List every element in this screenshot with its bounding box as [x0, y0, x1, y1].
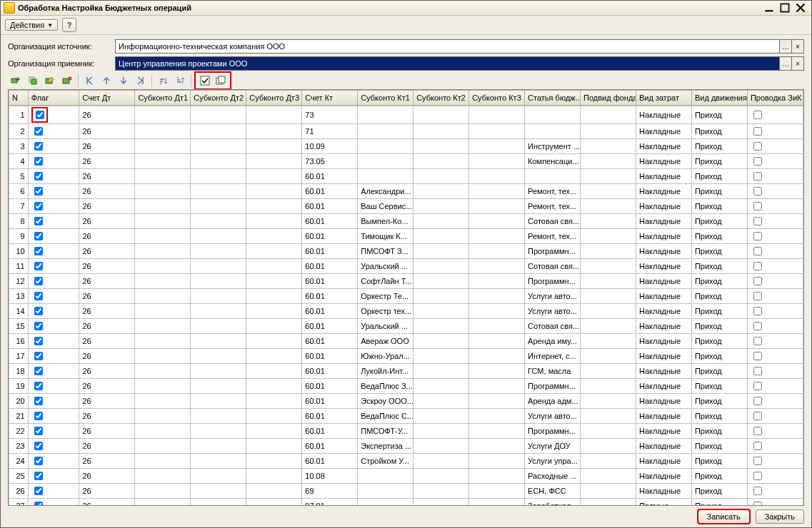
cell-flag[interactable]	[28, 259, 79, 274]
cell-flag[interactable]	[28, 409, 79, 424]
table-row[interactable]: 152660.01Уральский ...Сотовая свя...Накл…	[9, 319, 803, 334]
flag-checkbox[interactable]	[34, 142, 43, 151]
cell-flag[interactable]	[28, 334, 79, 349]
cell-flag[interactable]	[28, 199, 79, 214]
cell-zik[interactable]	[747, 454, 803, 469]
column-header[interactable]: Счет Кт	[302, 91, 358, 106]
zik-checkbox[interactable]	[753, 127, 762, 136]
cell-zik[interactable]	[747, 259, 803, 274]
zik-checkbox[interactable]	[753, 157, 762, 166]
zik-checkbox[interactable]	[753, 187, 762, 196]
cell-flag[interactable]	[28, 454, 79, 469]
minimize-button[interactable]	[764, 3, 774, 13]
cell-flag[interactable]	[28, 439, 79, 454]
zik-checkbox[interactable]	[753, 292, 762, 300]
dest-select-button[interactable]: …	[779, 57, 791, 70]
zik-checkbox[interactable]	[753, 307, 762, 315]
flag-checkbox[interactable]	[34, 487, 43, 495]
source-clear-button[interactable]: ×	[791, 40, 803, 53]
edit-row-button[interactable]	[42, 73, 58, 88]
flag-checkbox[interactable]	[34, 187, 43, 196]
column-header[interactable]: Подвид фонда	[581, 91, 636, 106]
cell-flag[interactable]	[28, 289, 79, 304]
help-button[interactable]: ?	[62, 18, 76, 32]
cell-flag[interactable]	[28, 229, 79, 244]
table-row[interactable]: 172660.01Южно-Урал...Интернет, с...Накла…	[9, 349, 803, 364]
cell-flag[interactable]	[28, 244, 79, 259]
table-row[interactable]: 262669ЕСН, ФССНакладныеПриход	[9, 484, 803, 499]
maximize-button[interactable]	[780, 3, 790, 13]
flag-checkbox[interactable]	[34, 322, 43, 330]
table-row[interactable]: 12673НакладныеПриход	[9, 106, 803, 124]
dest-org-input[interactable]	[116, 57, 779, 70]
flag-checkbox[interactable]	[34, 412, 43, 420]
cell-zik[interactable]	[747, 409, 803, 424]
flag-checkbox[interactable]	[34, 127, 43, 136]
cell-zik[interactable]	[747, 214, 803, 229]
table-row[interactable]: 182660.01Лукойл-Инт...ГСМ, маслаНакладны…	[9, 364, 803, 379]
save-button[interactable]: Записать	[698, 509, 750, 524]
cell-zik[interactable]	[747, 184, 803, 199]
cell-zik[interactable]	[747, 229, 803, 244]
flag-checkbox[interactable]	[34, 382, 43, 390]
flag-checkbox[interactable]	[34, 352, 43, 360]
zik-checkbox[interactable]	[753, 262, 762, 270]
flag-checkbox[interactable]	[34, 232, 43, 240]
move-last-button[interactable]	[133, 73, 149, 88]
table-row[interactable]: 102660.01ПМСОФТ З...Программн...Накладны…	[9, 244, 803, 259]
flag-checkbox[interactable]	[34, 457, 43, 465]
zik-checkbox[interactable]	[753, 502, 762, 505]
column-header[interactable]: Вид движения	[691, 91, 747, 106]
column-header[interactable]: Субконто Дт2	[191, 91, 246, 106]
cell-flag[interactable]	[28, 319, 79, 334]
flag-checkbox[interactable]	[34, 262, 43, 270]
move-first-button[interactable]	[81, 73, 97, 88]
table-row[interactable]: 92660.01Тимощик К...Ремонт, тех...Наклад…	[9, 229, 803, 244]
table-row[interactable]: 42673.05Компенсаци...НакладныеПриход	[9, 154, 803, 169]
cell-flag[interactable]	[28, 364, 79, 379]
flag-checkbox[interactable]	[34, 172, 43, 181]
cell-zik[interactable]	[747, 139, 803, 154]
zik-checkbox[interactable]	[753, 427, 762, 435]
cell-zik[interactable]	[747, 289, 803, 304]
column-header[interactable]: Статья бюдж...	[525, 91, 581, 106]
table-row[interactable]: 272697.01Заработная ...ПрямыеПриход	[9, 499, 803, 506]
cell-zik[interactable]	[747, 469, 803, 484]
cell-flag[interactable]	[28, 499, 79, 506]
cell-zik[interactable]	[747, 154, 803, 169]
uncheck-all-button[interactable]	[213, 73, 229, 88]
cell-zik[interactable]	[747, 379, 803, 394]
cell-flag[interactable]	[28, 214, 79, 229]
zik-checkbox[interactable]	[753, 397, 762, 405]
zik-checkbox[interactable]	[753, 337, 762, 345]
cell-flag[interactable]	[28, 379, 79, 394]
flag-checkbox[interactable]	[34, 277, 43, 285]
cell-zik[interactable]	[747, 424, 803, 439]
column-header[interactable]: Субконто Дт1	[135, 91, 191, 106]
zik-checkbox[interactable]	[753, 111, 762, 119]
zik-checkbox[interactable]	[753, 472, 762, 480]
zik-checkbox[interactable]	[753, 232, 762, 240]
flag-checkbox[interactable]	[34, 217, 43, 225]
table-row[interactable]: 22671НакладныеПриход	[9, 124, 803, 139]
zik-checkbox[interactable]	[753, 382, 762, 390]
column-header[interactable]: Счет Дт	[79, 91, 135, 106]
cell-flag[interactable]	[28, 106, 79, 124]
cell-zik[interactable]	[747, 319, 803, 334]
flag-checkbox[interactable]	[34, 397, 43, 405]
cell-zik[interactable]	[747, 169, 803, 184]
flag-checkbox[interactable]	[34, 307, 43, 315]
flag-checkbox[interactable]	[34, 337, 43, 345]
add-row-button[interactable]	[8, 73, 24, 88]
zik-checkbox[interactable]	[753, 487, 762, 495]
zik-checkbox[interactable]	[753, 277, 762, 285]
flag-checkbox[interactable]	[34, 292, 43, 300]
source-select-button[interactable]: …	[779, 40, 791, 53]
zik-checkbox[interactable]	[753, 457, 762, 465]
zik-checkbox[interactable]	[753, 367, 762, 375]
zik-checkbox[interactable]	[753, 412, 762, 420]
cell-flag[interactable]	[28, 139, 79, 154]
zik-checkbox[interactable]	[753, 172, 762, 181]
cell-flag[interactable]	[28, 484, 79, 499]
cell-flag[interactable]	[28, 304, 79, 319]
